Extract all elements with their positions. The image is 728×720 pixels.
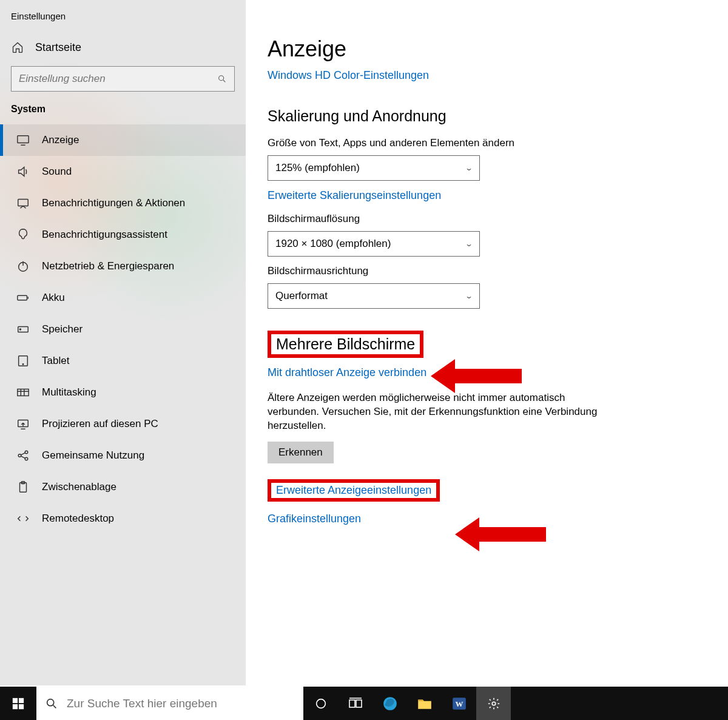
sidebar-item-label: Anzeige: [42, 134, 79, 146]
multitask-icon: [16, 386, 30, 399]
chevron-down-icon: ⌄: [465, 240, 473, 248]
svg-rect-9: [18, 389, 29, 396]
chevron-down-icon: ⌄: [465, 164, 473, 172]
sidebar-section: System: [0, 104, 246, 119]
svg-rect-19: [19, 704, 24, 708]
search-input[interactable]: [19, 73, 217, 85]
sidebar-item-nutzung[interactable]: Gemeinsame Nutzung: [0, 440, 246, 471]
display-icon: [16, 133, 30, 147]
search-icon: [217, 74, 227, 84]
svg-point-6: [19, 329, 21, 330]
resolution-label: Bildschirmauflösung: [268, 213, 698, 225]
resolution-dropdown[interactable]: 1920 × 1080 (empfohlen) ⌄: [268, 231, 480, 257]
edge-icon[interactable]: [372, 687, 407, 720]
sidebar-item-netzbetrieb[interactable]: Netzbetrieb & Energiesparen: [0, 251, 246, 282]
page-title: Anzeige: [268, 36, 698, 62]
home-label: Startseite: [35, 41, 81, 54]
sidebar-item-remotedesktop[interactable]: Remotedesktop: [0, 503, 246, 534]
sidebar-item-multitasking[interactable]: Multitasking: [0, 377, 246, 408]
taskbar: W: [0, 687, 728, 720]
notifications-icon: [16, 197, 30, 210]
taskbar-search-input[interactable]: [67, 697, 295, 710]
sidebar-item-zwischenablage[interactable]: Zwischenablage: [0, 471, 246, 503]
sidebar-item-label: Projizieren auf diesen PC: [42, 418, 158, 430]
svg-point-0: [219, 76, 224, 81]
sound-icon: [16, 165, 30, 178]
orientation-dropdown[interactable]: Querformat ⌄: [268, 283, 480, 309]
sidebar-item-akku[interactable]: Akku: [0, 282, 246, 314]
hdcolor-link[interactable]: Windows HD Color-Einstellungen: [268, 69, 429, 82]
share-icon: [16, 449, 30, 462]
sidebar-item-label: Netzbetrieb & Energiesparen: [42, 260, 174, 272]
sidebar-item-label: Gemeinsame Nutzung: [42, 449, 144, 462]
focus-icon: [16, 228, 30, 241]
sidebar-item-anzeige[interactable]: Anzeige: [0, 124, 246, 156]
svg-point-20: [47, 699, 54, 705]
textsize-dropdown[interactable]: 125% (empfohlen) ⌄: [268, 155, 480, 181]
power-icon: [16, 260, 30, 273]
sidebar-item-benachrichtigungen[interactable]: Benachrichtigungen & Aktionen: [0, 187, 246, 219]
svg-rect-23: [356, 700, 362, 707]
home-icon: [11, 41, 24, 54]
word-icon[interactable]: W: [442, 687, 476, 720]
textsize-label: Größe von Text, Apps und anderen Element…: [268, 137, 698, 149]
svg-rect-18: [13, 704, 18, 708]
remote-icon: [16, 512, 30, 525]
multi-heading: Mehrere Bildschirme: [268, 331, 423, 358]
battery-icon: [16, 291, 30, 304]
settings-icon[interactable]: [476, 687, 511, 720]
chevron-down-icon: ⌄: [465, 292, 473, 300]
sidebar-item-label: Akku: [42, 292, 65, 304]
svg-rect-1: [18, 136, 29, 143]
taskview-icon[interactable]: [338, 687, 372, 720]
sidebar-item-projizieren[interactable]: Projizieren auf diesen PC: [0, 408, 246, 440]
advanced-scaling-link[interactable]: Erweiterte Skalierungseinstellungen: [268, 189, 441, 202]
search-box[interactable]: [11, 66, 235, 92]
search-icon: [45, 697, 58, 710]
svg-rect-2: [18, 200, 29, 206]
nav: Anzeige Sound Benachrichtigungen & Aktio…: [0, 124, 246, 534]
older-displays-text: Ältere Anzeigen werden möglicherweise ni…: [268, 391, 607, 433]
sidebar-item-label: Sound: [42, 166, 72, 178]
svg-rect-17: [19, 698, 24, 702]
window-title: Einstellungen: [0, 11, 246, 33]
annotation-arrow-2: [455, 517, 546, 551]
advanced-display-link[interactable]: Erweiterte Anzeigeeinstellungen: [268, 479, 440, 502]
textsize-value: 125% (empfohlen): [275, 162, 360, 174]
detect-button[interactable]: Erkennen: [268, 442, 334, 463]
cortana-icon[interactable]: [303, 687, 338, 720]
sidebar-item-sound[interactable]: Sound: [0, 156, 246, 187]
orientation-value: Querformat: [275, 290, 328, 302]
sidebar-item-speicher[interactable]: Speicher: [0, 314, 246, 345]
scaling-heading: Skalierung und Anordnung: [268, 107, 698, 125]
project-icon: [16, 417, 30, 431]
svg-point-8: [22, 364, 23, 365]
sidebar-item-label: Zwischenablage: [42, 481, 116, 493]
sidebar-item-tablet[interactable]: Tablet: [0, 345, 246, 377]
home-link[interactable]: Startseite: [0, 33, 246, 61]
sidebar-item-label: Tablet: [42, 355, 69, 367]
explorer-icon[interactable]: [407, 687, 442, 720]
svg-point-27: [492, 702, 496, 705]
sidebar-item-label: Benachrichtigungsassistent: [42, 229, 167, 241]
sidebar-item-assistent[interactable]: Benachrichtigungsassistent: [0, 219, 246, 251]
sidebar-item-label: Speicher: [42, 323, 83, 335]
svg-point-21: [316, 699, 325, 708]
storage-icon: [16, 323, 30, 336]
orientation-label: Bildschirmausrichtung: [268, 265, 698, 277]
sidebar-item-label: Multitasking: [42, 386, 96, 399]
tablet-icon: [16, 354, 30, 368]
taskbar-search[interactable]: [36, 687, 303, 720]
wireless-link[interactable]: Mit drahtloser Anzeige verbinden: [268, 366, 426, 379]
clipboard-icon: [16, 480, 30, 494]
sidebar-item-label: Benachrichtigungen & Aktionen: [42, 197, 185, 209]
svg-text:W: W: [455, 699, 463, 708]
graphics-link[interactable]: Grafikeinstellungen: [268, 513, 361, 525]
main-content: Anzeige Windows HD Color-Einstellungen S…: [246, 0, 728, 685]
svg-rect-22: [349, 700, 355, 707]
sidebar: Einstellungen Startseite System Anzeige: [0, 0, 246, 685]
start-button[interactable]: [0, 687, 36, 720]
svg-rect-4: [18, 295, 27, 300]
search-container: [11, 66, 235, 92]
sidebar-item-label: Remotedesktop: [42, 513, 114, 525]
